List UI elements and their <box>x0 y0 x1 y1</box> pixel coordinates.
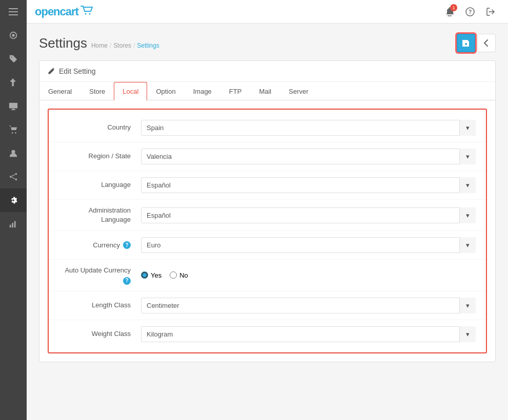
svg-point-12 <box>15 179 17 181</box>
tab-image[interactable]: Image <box>185 82 220 100</box>
svg-rect-0 <box>9 8 18 9</box>
logo-text: opencart <box>35 5 78 18</box>
sidebar-item-display[interactable] <box>0 94 27 118</box>
weight-class-label: Weight Class <box>59 329 141 339</box>
svg-point-10 <box>15 173 17 175</box>
breadcrumb-sep-1: / <box>110 42 111 49</box>
radio-yes-label: Yes <box>151 271 161 279</box>
radio-yes-input[interactable] <box>141 271 148 279</box>
svg-rect-4 <box>9 103 17 109</box>
svg-point-9 <box>11 150 15 154</box>
country-select[interactable]: Spain <box>141 120 476 136</box>
region-control: Valencia ▾ <box>141 149 476 164</box>
sidebar-item-extensions[interactable] <box>0 71 27 94</box>
help-button[interactable]: ? <box>461 3 479 21</box>
breadcrumb: Home / Stores / Settings <box>91 42 159 49</box>
tabs: General Store Local Option Image FTP Mai… <box>39 82 495 100</box>
language-select[interactable]: Español <box>141 177 476 193</box>
currency-select[interactable]: Euro <box>141 237 476 253</box>
currency-help-icon[interactable]: ? <box>123 241 131 249</box>
svg-rect-17 <box>14 221 16 228</box>
language-label: Language <box>59 180 141 190</box>
tab-store[interactable]: Store <box>80 82 114 100</box>
svg-point-8 <box>15 132 16 134</box>
svg-point-19 <box>85 13 86 15</box>
local-form-section: Country Spain ▾ Region / State Valencia <box>48 109 487 353</box>
length-class-select[interactable]: Centimeter <box>141 298 476 313</box>
radio-no-label: No <box>179 271 188 279</box>
region-label: Region / State <box>59 152 141 161</box>
topnav: opencart 1 ? <box>27 0 508 24</box>
admin-language-label: Administration Language <box>59 206 141 224</box>
radio-no-input[interactable] <box>170 271 177 279</box>
auto-update-currency-control: Yes No <box>141 271 476 279</box>
save-button[interactable] <box>457 34 475 52</box>
tab-ftp[interactable]: FTP <box>220 82 251 100</box>
tab-general[interactable]: General <box>39 82 80 100</box>
svg-point-3 <box>12 34 14 36</box>
svg-line-13 <box>11 175 15 177</box>
content: Settings Home / Stores / Settings <box>27 24 508 420</box>
svg-point-20 <box>89 13 90 15</box>
region-select[interactable]: Valencia <box>141 149 476 164</box>
sidebar-item-users[interactable] <box>0 141 27 165</box>
back-button[interactable] <box>477 34 496 52</box>
tab-option[interactable]: Option <box>147 82 184 100</box>
radio-yes-option[interactable]: Yes <box>141 271 161 279</box>
topnav-right: 1 ? <box>440 3 500 21</box>
page-title-area: Settings Home / Stores / Settings <box>39 35 159 51</box>
language-row: Language Español ▾ <box>49 171 486 200</box>
admin-language-row: Administration Language Español ▾ <box>49 200 486 231</box>
length-class-label: Length Class <box>59 301 141 310</box>
tab-mail[interactable]: Mail <box>250 82 280 100</box>
logout-button[interactable] <box>481 3 500 21</box>
notification-badge: 1 <box>450 4 457 11</box>
page-title: Settings <box>39 35 87 51</box>
svg-line-14 <box>11 177 15 179</box>
weight-class-control: Kilogram ▾ <box>141 326 476 342</box>
country-row: Country Spain ▾ <box>49 114 486 142</box>
sidebar-item-tags[interactable] <box>0 47 27 71</box>
section-title: Edit Setting <box>59 67 96 75</box>
currency-control: Euro ▾ <box>141 237 476 253</box>
length-class-row: Length Class Centimeter ▾ <box>49 291 486 320</box>
section-header: Edit Setting <box>39 61 495 82</box>
weight-class-row: Weight Class Kilogram ▾ <box>49 320 486 348</box>
auto-update-help-icon[interactable]: ? <box>123 277 131 285</box>
svg-rect-2 <box>9 14 18 15</box>
settings-card: Edit Setting General Store Local Option … <box>39 60 496 362</box>
auto-update-currency-row: Auto Update Currency ? Yes No <box>49 260 486 291</box>
length-class-control: Centimeter ▾ <box>141 298 476 313</box>
radio-no-option[interactable]: No <box>170 271 188 279</box>
admin-language-control: Español ▾ <box>141 207 476 223</box>
sidebar <box>0 0 27 420</box>
sidebar-item-cart[interactable] <box>0 118 27 141</box>
svg-point-7 <box>12 132 13 134</box>
breadcrumb-home[interactable]: Home <box>91 42 108 49</box>
svg-text:?: ? <box>469 9 472 15</box>
svg-rect-16 <box>12 223 13 227</box>
svg-rect-15 <box>10 225 11 227</box>
sidebar-hamburger[interactable] <box>0 0 27 24</box>
breadcrumb-current: Settings <box>137 42 159 49</box>
sidebar-item-analytics[interactable] <box>0 212 27 236</box>
sidebar-item-settings[interactable] <box>0 188 27 212</box>
currency-row: Currency ? Euro ▾ <box>49 231 486 260</box>
sidebar-item-theme[interactable] <box>0 24 27 47</box>
weight-class-select[interactable]: Kilogram <box>141 326 476 342</box>
svg-rect-1 <box>9 11 18 12</box>
country-control: Spain ▾ <box>141 120 476 136</box>
tab-local[interactable]: Local <box>114 82 147 100</box>
breadcrumb-stores[interactable]: Stores <box>113 42 131 49</box>
page-actions <box>457 34 496 52</box>
notifications-button[interactable]: 1 <box>440 3 459 21</box>
breadcrumb-sep-2: / <box>133 42 135 49</box>
admin-language-select[interactable]: Español <box>141 207 476 223</box>
currency-label: Currency ? <box>59 241 141 250</box>
svg-rect-5 <box>12 109 14 110</box>
sidebar-item-share[interactable] <box>0 165 27 188</box>
tab-server[interactable]: Server <box>280 82 317 100</box>
region-row: Region / State Valencia ▾ <box>49 142 486 171</box>
auto-update-currency-label: Auto Update Currency ? <box>59 266 141 284</box>
page-header: Settings Home / Stores / Settings <box>39 34 496 52</box>
